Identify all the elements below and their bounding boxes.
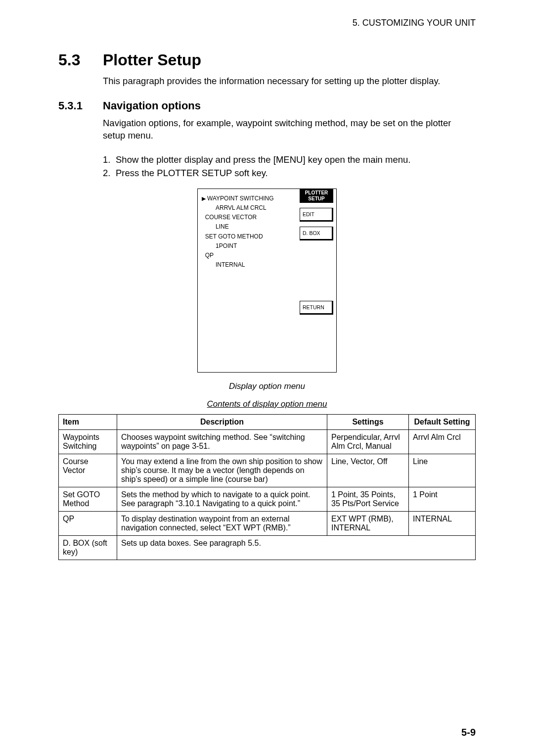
menu-item-label: SET GOTO METHOD bbox=[205, 233, 263, 240]
subsection-intro: Navigation options, for example, waypoin… bbox=[103, 117, 476, 142]
menu-item-value: ARRVL ALM CRCL bbox=[202, 203, 298, 213]
menu-item: ▶ WAYPOINT SWITCHING bbox=[202, 194, 298, 203]
menu-item-label: WAYPOINT SWITCHING bbox=[207, 195, 273, 202]
step-number: 2. bbox=[103, 167, 116, 180]
section-number: 5.3 bbox=[58, 51, 103, 69]
return-softkey[interactable]: RETURN bbox=[300, 301, 333, 315]
softkey-column: PLOTTER SETUP EDIT D. BOX RETURN bbox=[300, 189, 336, 372]
section-intro: This paragraph provides the information … bbox=[103, 75, 476, 88]
cell-desc: Chooses waypoint switching method. See “… bbox=[117, 429, 327, 454]
edit-softkey[interactable]: EDIT bbox=[300, 208, 333, 222]
table-body: Waypoints Switching Chooses waypoint swi… bbox=[59, 429, 476, 560]
th-settings: Settings bbox=[327, 414, 409, 429]
menu-item-value: LINE bbox=[202, 222, 298, 232]
list-item: 1.Show the plotter display and press the… bbox=[103, 154, 476, 166]
table-row: D. BOX (soft key) Sets up data boxes. Se… bbox=[59, 535, 476, 560]
cell-item: D. BOX (soft key) bbox=[59, 535, 117, 560]
figure-plotter-setup: ▶ WAYPOINT SWITCHING ARRVL ALM CRCL COUR… bbox=[58, 189, 476, 373]
cell-default: Line bbox=[409, 454, 476, 487]
th-default: Default Setting bbox=[409, 414, 476, 429]
step-text: Show the plotter display and press the [… bbox=[116, 154, 410, 166]
cell-desc: You may extend a line from the own ship … bbox=[117, 454, 327, 487]
step-list: 1.Show the plotter display and press the… bbox=[103, 154, 476, 180]
panel-title-line1: PLOTTER bbox=[305, 190, 328, 195]
table-row: Course Vector You may extend a line from… bbox=[59, 454, 476, 487]
subsection-title: Navigation options bbox=[103, 99, 201, 112]
cell-default: 1 Point bbox=[409, 487, 476, 511]
table-head: Item Description Settings Default Settin… bbox=[59, 414, 476, 429]
cell-desc: Sets the method by which to navigate to … bbox=[117, 487, 327, 511]
menu-item-label: COURSE VECTOR bbox=[205, 214, 257, 221]
table-row: Set GOTO Method Sets the method by which… bbox=[59, 487, 476, 511]
dbox-softkey[interactable]: D. BOX bbox=[300, 227, 333, 240]
subsection-heading: 5.3.1 Navigation options bbox=[58, 99, 476, 112]
menu-list: ▶ WAYPOINT SWITCHING ARRVL ALM CRCL COUR… bbox=[198, 189, 300, 372]
options-table: Item Description Settings Default Settin… bbox=[58, 414, 476, 560]
cell-settings: Perpendicular, Arrvl Alm Crcl, Manual bbox=[327, 429, 409, 454]
cell-item: Waypoints Switching bbox=[59, 429, 117, 454]
cell-item: Set GOTO Method bbox=[59, 487, 117, 511]
figure-caption: Display option menu bbox=[58, 381, 476, 391]
menu-item-value: 1POINT bbox=[202, 241, 298, 251]
menu-item-value: INTERNAL bbox=[202, 260, 298, 270]
step-number: 1. bbox=[103, 154, 116, 166]
th-item: Item bbox=[59, 414, 117, 429]
cursor-icon: ▶ bbox=[202, 195, 207, 201]
th-desc: Description bbox=[117, 414, 327, 429]
section-heading: 5.3 Plotter Setup bbox=[58, 51, 476, 69]
cell-settings: EXT WPT (RMB), INTERNAL bbox=[327, 511, 409, 535]
cell-desc: Sets up data boxes. See paragraph 5.5. bbox=[117, 535, 476, 560]
table-head-row: Item Description Settings Default Settin… bbox=[59, 414, 476, 429]
table-row: Waypoints Switching Chooses waypoint swi… bbox=[59, 429, 476, 454]
table-caption: Contents of display option menu bbox=[58, 399, 476, 409]
cell-item: Course Vector bbox=[59, 454, 117, 487]
cell-item: QP bbox=[59, 511, 117, 535]
panel-title-line2: SETUP bbox=[308, 196, 324, 201]
cell-default: INTERNAL bbox=[409, 511, 476, 535]
cell-default: Arrvl Alm Crcl bbox=[409, 429, 476, 454]
section-title: Plotter Setup bbox=[103, 51, 201, 69]
list-item: 2.Press the PLOTTER SETUP soft key. bbox=[103, 167, 476, 180]
panel-title-label: PLOTTER SETUP bbox=[300, 189, 333, 203]
menu-item: QP bbox=[202, 251, 298, 260]
subsection-number: 5.3.1 bbox=[58, 99, 103, 112]
cell-settings: Line, Vector, Off bbox=[327, 454, 409, 487]
cell-settings: 1 Point, 35 Points, 35 Pts/Port Service bbox=[327, 487, 409, 511]
menu-panel: ▶ WAYPOINT SWITCHING ARRVL ALM CRCL COUR… bbox=[197, 189, 337, 373]
menu-item-label: QP bbox=[205, 252, 214, 259]
step-text: Press the PLOTTER SETUP soft key. bbox=[116, 167, 268, 180]
running-header: 5. CUSTOMIZING YOUR UNIT bbox=[58, 18, 476, 28]
page-number: 5-9 bbox=[461, 727, 476, 738]
menu-item: COURSE VECTOR bbox=[202, 213, 298, 222]
menu-item: SET GOTO METHOD bbox=[202, 232, 298, 241]
table-row: QP To display destination waypoint from … bbox=[59, 511, 476, 535]
cell-desc: To display destination waypoint from an … bbox=[117, 511, 327, 535]
